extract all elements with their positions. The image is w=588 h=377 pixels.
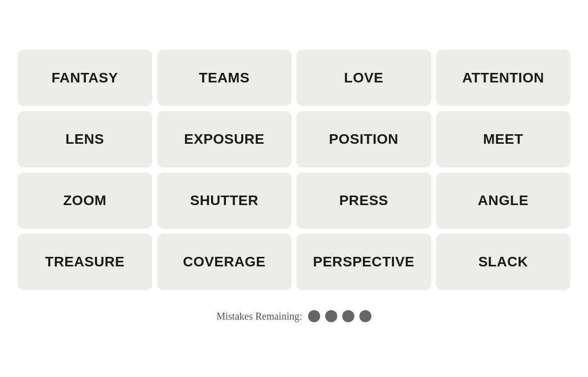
tile-meet[interactable]: MEET: [436, 111, 571, 167]
mistake-dot-4: [359, 310, 371, 322]
tile-slack[interactable]: SLACK: [436, 234, 571, 290]
dots-container: [308, 310, 371, 322]
tile-label-meet: MEET: [483, 131, 523, 147]
tile-label-attention: ATTENTION: [462, 70, 544, 86]
main-container: FANTASYTEAMSLOVEATTENTIONLENSEXPOSUREPOS…: [18, 40, 570, 337]
tile-label-shutter: SHUTTER: [190, 193, 258, 209]
tile-angle[interactable]: ANGLE: [436, 172, 571, 229]
tile-label-teams: TEAMS: [199, 70, 250, 86]
tile-fantasy[interactable]: FANTASY: [18, 50, 152, 106]
tile-label-slack: SLACK: [478, 254, 528, 270]
mistakes-label: Mistakes Remaining:: [217, 311, 303, 322]
tile-label-lens: LENS: [65, 131, 104, 147]
tile-perspective[interactable]: PERSPECTIVE: [297, 234, 431, 290]
tile-treasure[interactable]: TREASURE: [18, 234, 152, 290]
mistake-dot-3: [342, 310, 354, 322]
tile-label-exposure: EXPOSURE: [184, 131, 264, 147]
tile-coverage[interactable]: COVERAGE: [157, 234, 292, 290]
tile-label-coverage: COVERAGE: [183, 254, 266, 270]
tile-zoom[interactable]: ZOOM: [18, 172, 152, 229]
tile-label-treasure: TREASURE: [45, 254, 125, 270]
tile-attention[interactable]: ATTENTION: [436, 50, 571, 106]
tile-exposure[interactable]: EXPOSURE: [157, 111, 292, 167]
footer: Mistakes Remaining:: [217, 310, 372, 322]
tile-teams[interactable]: TEAMS: [157, 50, 292, 106]
tile-label-perspective: PERSPECTIVE: [313, 254, 415, 270]
tile-label-fantasy: FANTASY: [51, 70, 118, 86]
tile-label-zoom: ZOOM: [63, 193, 107, 209]
tile-label-position: POSITION: [329, 131, 399, 147]
tile-press[interactable]: PRESS: [297, 172, 431, 229]
tile-shutter[interactable]: SHUTTER: [157, 172, 292, 229]
tile-label-press: PRESS: [339, 193, 388, 209]
mistake-dot-1: [308, 310, 320, 322]
mistake-dot-2: [325, 310, 337, 322]
tile-lens[interactable]: LENS: [18, 111, 152, 167]
tile-love[interactable]: LOVE: [297, 50, 431, 106]
word-grid: FANTASYTEAMSLOVEATTENTIONLENSEXPOSUREPOS…: [18, 50, 570, 290]
tile-label-angle: ANGLE: [478, 193, 529, 209]
tile-label-love: LOVE: [344, 70, 383, 86]
tile-position[interactable]: POSITION: [297, 111, 431, 167]
